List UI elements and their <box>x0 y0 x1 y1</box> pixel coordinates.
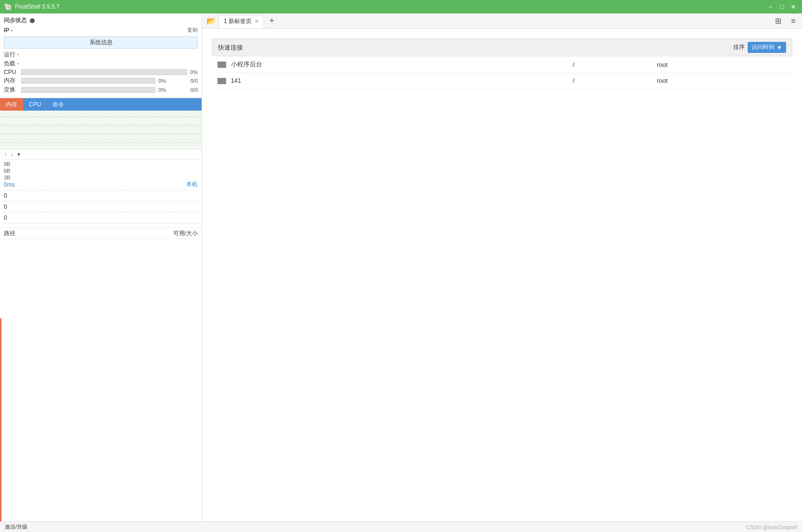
bandwidth-9b: 9B <box>4 161 198 167</box>
tab-memory[interactable]: 内存 <box>0 98 23 111</box>
bandwidth-6b: 6B <box>4 168 198 174</box>
cpu-label: CPU <box>4 69 21 76</box>
sort-area: 排序 访问时间 ▼ <box>733 42 786 53</box>
tab-new-page[interactable]: 1 新标签页 ✕ <box>218 15 264 28</box>
connection-user-1: root <box>651 56 792 73</box>
grid-icon: ⊞ <box>775 16 781 25</box>
speed-0-3: 0 <box>4 214 198 222</box>
connection-table-body: 小程序后台 / root 141 / root <box>212 56 792 89</box>
connection-icon-2 <box>217 78 226 84</box>
local-label: 本机 <box>186 180 198 189</box>
ping-row: 0ms 本机 <box>4 180 198 189</box>
minimize-button[interactable]: − <box>765 2 775 12</box>
load-row: 负载 - <box>4 60 198 68</box>
activate-link[interactable]: 激活/升级 <box>5 523 27 531</box>
speed-sep-3 <box>4 223 198 224</box>
sort-dropdown[interactable]: 访问时间 ▼ <box>748 42 786 53</box>
quick-connect-title: 快速连接 <box>218 43 243 52</box>
network-separator <box>4 159 198 160</box>
network-section: ↑ ↓ ▾ 9B 6B 3B 0ms 本机 0 0 0 <box>0 149 202 228</box>
sort-option: 访问时间 <box>751 43 775 51</box>
connection-name-1: 小程序后台 <box>212 56 567 73</box>
tab-memory-label: 内存 <box>6 101 17 109</box>
swap-label: 交换 <box>4 86 21 94</box>
swap-percent: 0% <box>158 87 166 93</box>
left-accent <box>0 318 1 521</box>
mem-usage: 0/0 <box>169 78 198 84</box>
bandwidth-values: 9B 6B 3B <box>4 161 198 180</box>
ip-row: IP - 复制 <box>4 26 198 34</box>
ip-label: IP - <box>4 27 13 34</box>
upload-icon: ↑ <box>4 151 7 158</box>
tab-cpu-label: CPU <box>29 101 41 108</box>
tab-add-icon: + <box>269 16 275 26</box>
watermark: CSDN @InceZangwill <box>746 524 797 530</box>
main-content: 同步状态 IP - 复制 系统信息 运行 - 负载 - CPU <box>0 13 802 521</box>
mem-progress-container: 0% 0/0 <box>21 78 198 84</box>
close-button[interactable]: ✕ <box>789 2 798 12</box>
run-label: 运行 - <box>4 51 19 59</box>
cpu-row: CPU 0% <box>4 69 198 76</box>
swap-progress-container: 0% 0/0 <box>21 87 198 93</box>
mem-progress-bar <box>21 78 155 84</box>
connection-name-label-1: 小程序后台 <box>231 61 262 68</box>
tab-close-button[interactable]: ✕ <box>255 19 259 24</box>
quick-connect-header: 快速连接 排序 访问时间 ▼ <box>212 38 792 56</box>
sync-label: 同步状态 <box>4 16 27 25</box>
connection-name-2: 141 <box>212 73 567 89</box>
grid-icon-button[interactable]: ⊞ <box>771 14 785 28</box>
menu-icon-button[interactable]: ≡ <box>787 14 800 28</box>
maximize-button[interactable]: □ <box>777 2 787 12</box>
disk-section: 路径 可用/大小 <box>0 228 202 521</box>
app-title: FinalShell 3.9.5.7 <box>15 3 60 10</box>
speed-sep-1 <box>4 201 198 202</box>
sidebar-top: 同步状态 IP - 复制 系统信息 运行 - 负载 - CPU <box>0 13 202 98</box>
sync-status-row: 同步状态 <box>4 16 198 25</box>
speed-grid: 0 0 0 <box>4 192 198 225</box>
sidebar: 同步状态 IP - 复制 系统信息 运行 - 负载 - CPU <box>0 13 202 521</box>
network-dropdown-icon[interactable]: ▾ <box>17 151 20 158</box>
chart-line-1 <box>0 116 202 117</box>
disk-size-label: 可用/大小 <box>173 229 198 238</box>
title-bar: 🐚 FinalShell 3.9.5.7 − □ ✕ <box>0 0 802 13</box>
cpu-progress-container: 0% <box>21 69 198 75</box>
tab-add-button[interactable]: + <box>265 14 279 28</box>
swap-usage: 0/0 <box>169 87 198 93</box>
sync-dot <box>30 18 35 23</box>
ping-value: 0ms <box>4 181 15 188</box>
connection-name-label-2: 141 <box>231 77 242 84</box>
chart-line-3 <box>0 134 202 134</box>
tab-cmd-label: 命令 <box>52 101 64 109</box>
disk-header: 路径 可用/大小 <box>4 229 198 239</box>
mem-percent: 0% <box>158 78 166 84</box>
tab-cpu[interactable]: CPU <box>23 98 47 111</box>
connection-row-1[interactable]: 小程序后台 / root <box>212 56 792 73</box>
load-label: 负载 - <box>4 60 19 68</box>
swap-progress-bar <box>21 87 155 93</box>
folder-icon: 📂 <box>206 16 216 25</box>
network-separator-2 <box>4 190 198 190</box>
tab-cmd[interactable]: 命令 <box>47 98 70 111</box>
menu-icon: ≡ <box>791 17 795 25</box>
status-bar: 激活/升级 CSDN @InceZangwill <box>0 521 802 532</box>
cpu-progress-bar <box>21 69 187 75</box>
network-row: ↑ ↓ ▾ <box>4 151 198 158</box>
download-icon: ↓ <box>11 151 13 158</box>
sys-info-bar: 系统信息 <box>4 37 198 49</box>
sort-dropdown-arrow: ▼ <box>777 44 782 51</box>
sidebar-tabs: 内存 CPU 命令 <box>0 98 202 111</box>
chart-lines <box>0 111 202 149</box>
connection-table: 小程序后台 / root 141 / root <box>212 56 792 89</box>
swap-row: 交换 0% 0/0 <box>4 86 198 94</box>
folder-icon-button[interactable]: 📂 <box>204 14 218 28</box>
title-bar-controls: − □ ✕ <box>765 2 798 12</box>
bandwidth-3b: 3B <box>4 175 198 180</box>
chart-area <box>0 111 202 149</box>
mem-label: 内存 <box>4 76 21 85</box>
sort-label: 排序 <box>733 43 745 51</box>
copy-button[interactable]: 复制 <box>187 26 198 34</box>
connection-row-2[interactable]: 141 / root <box>212 73 792 89</box>
tab-label: 1 新标签页 <box>224 17 252 25</box>
app-icon: 🐚 <box>4 3 12 11</box>
speed-0-2: 0 <box>4 203 198 211</box>
